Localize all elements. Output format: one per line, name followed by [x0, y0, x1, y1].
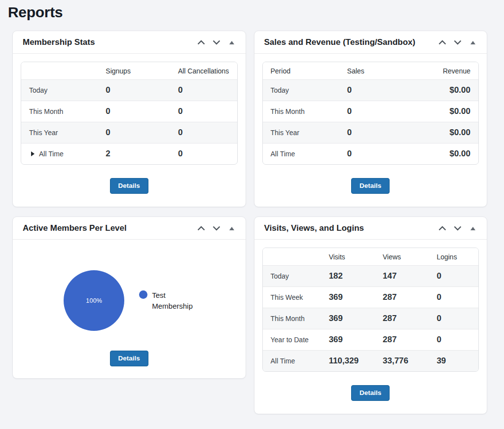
table-header-row: Period Sales Revenue: [263, 62, 479, 80]
column-header-period: Period: [263, 62, 339, 80]
expand-row-icon[interactable]: [31, 151, 35, 156]
card-sales-revenue-header: Sales and Revenue (Testing/Sandbox): [254, 31, 487, 54]
triangle-up-icon: [229, 227, 234, 230]
move-up-icon[interactable]: [438, 38, 446, 46]
visits-value: 110,329: [321, 351, 375, 372]
table-row-all-time: All Time 2 0: [21, 143, 237, 165]
views-value: 147: [375, 266, 429, 287]
column-header-blank: [21, 62, 98, 80]
row-label: Year to Date: [263, 329, 321, 351]
move-down-icon[interactable]: [454, 224, 462, 232]
card-active-members: Active Members Per Level: [12, 216, 246, 379]
cancellations-value: 0: [170, 101, 237, 122]
sales-revenue-details-button[interactable]: Details: [351, 178, 390, 194]
row-label-all-time[interactable]: All Time: [21, 143, 98, 165]
card-visits-views-logins-body: Visits Views Logins Today 182 147 0: [254, 240, 487, 414]
collapse-icon[interactable]: [469, 224, 477, 232]
card-sales-revenue-body: Period Sales Revenue Today 0 $0.00: [254, 54, 487, 207]
revenue-value: $0.00: [411, 80, 478, 101]
membership-stats-details-button[interactable]: Details: [110, 178, 148, 194]
column-header-cancellations: All Cancellations: [170, 62, 237, 80]
table-row: This Month 369 287 0: [263, 308, 479, 329]
row-label: All Time: [263, 351, 321, 372]
table-row: Today 0 0: [21, 80, 237, 101]
signups-value: 0: [98, 122, 170, 143]
cards-grid: Membership Stats: [12, 31, 487, 414]
legend-label: Test Membership: [152, 290, 194, 312]
active-members-details-button[interactable]: Details: [110, 351, 148, 366]
membership-stats-table: Signups All Cancellations Today 0 0: [21, 62, 238, 165]
card-controls: [438, 224, 477, 232]
table-header-row: Visits Views Logins: [263, 248, 479, 266]
column-header-blank: [263, 248, 321, 266]
logins-value: 0: [429, 287, 478, 308]
triangle-up-icon: [229, 41, 234, 44]
table-row: This Week 369 287 0: [263, 287, 479, 308]
table-row: This Year 0 $0.00: [263, 122, 479, 143]
card-membership-stats-header: Membership Stats: [13, 31, 246, 54]
triangle-up-icon: [470, 227, 475, 230]
triangle-up-icon: [470, 41, 475, 44]
table-row: This Month 0 $0.00: [263, 101, 479, 122]
row-label: This Month: [263, 101, 339, 122]
row-label: This Year: [21, 122, 98, 143]
move-down-icon[interactable]: [213, 38, 220, 46]
pie-slice-test-membership: 100%: [64, 270, 124, 331]
card-active-members-body: 100% Test Membership Details: [13, 240, 246, 378]
collapse-icon[interactable]: [228, 224, 236, 232]
cancellations-value: 0: [170, 143, 237, 165]
signups-value: 0: [98, 80, 170, 101]
move-up-icon[interactable]: [197, 224, 205, 232]
row-label: This Week: [263, 287, 321, 308]
logins-value: 0: [429, 266, 478, 287]
card-visits-views-logins: Visits, Views, and Logins: [254, 216, 488, 414]
row-label: Today: [263, 80, 339, 101]
visits-value: 369: [321, 329, 375, 351]
visits-value: 369: [321, 287, 375, 308]
views-value: 287: [375, 287, 429, 308]
row-label: Today: [21, 80, 98, 101]
legend-dot-icon: [139, 290, 147, 299]
page-title: Reports: [8, 4, 487, 21]
visits-value: 369: [321, 308, 375, 329]
visits-views-logins-table: Visits Views Logins Today 182 147 0: [262, 248, 479, 372]
views-value: 287: [375, 308, 429, 329]
move-up-icon[interactable]: [438, 224, 446, 232]
column-header-visits: Visits: [321, 248, 375, 266]
revenue-value: $0.00: [411, 122, 478, 143]
row-label: This Month: [21, 101, 98, 122]
card-controls: [438, 38, 477, 46]
card-title-visits-views-logins: Visits, Views, and Logins: [264, 223, 439, 233]
card-title-active-members: Active Members Per Level: [23, 223, 197, 233]
card-title-membership-stats: Membership Stats: [23, 37, 197, 47]
sales-value: 0: [339, 122, 412, 143]
move-up-icon[interactable]: [197, 38, 205, 46]
members-pie-chart: 100% Test Membership: [21, 240, 238, 351]
cancellations-value: 0: [170, 80, 237, 101]
collapse-icon[interactable]: [469, 38, 477, 46]
logins-value: 39: [429, 351, 478, 372]
logins-value: 0: [429, 329, 478, 351]
column-header-sales: Sales: [339, 62, 412, 80]
pie-slice-label: 100%: [86, 297, 102, 304]
views-value: 33,776: [375, 351, 429, 372]
card-membership-stats-body: Signups All Cancellations Today 0 0: [13, 54, 246, 207]
signups-value: 0: [98, 101, 170, 122]
column-header-signups: Signups: [98, 62, 170, 80]
card-visits-views-logins-header: Visits, Views, and Logins: [254, 217, 487, 240]
move-down-icon[interactable]: [454, 38, 462, 46]
logins-value: 0: [429, 308, 478, 329]
collapse-icon[interactable]: [228, 38, 236, 46]
views-value: 287: [375, 329, 429, 351]
visits-views-logins-details-button[interactable]: Details: [351, 385, 390, 401]
column-header-views: Views: [375, 248, 429, 266]
table-row: This Month 0 0: [21, 101, 237, 122]
revenue-value: $0.00: [411, 143, 478, 165]
table-row: Today 182 147 0: [263, 266, 479, 287]
card-title-sales-revenue: Sales and Revenue (Testing/Sandbox): [264, 37, 439, 47]
move-down-icon[interactable]: [213, 224, 220, 232]
card-controls: [197, 38, 236, 46]
sales-value: 0: [339, 101, 412, 122]
sales-revenue-table: Period Sales Revenue Today 0 $0.00: [262, 62, 479, 165]
card-active-members-header: Active Members Per Level: [13, 217, 246, 240]
